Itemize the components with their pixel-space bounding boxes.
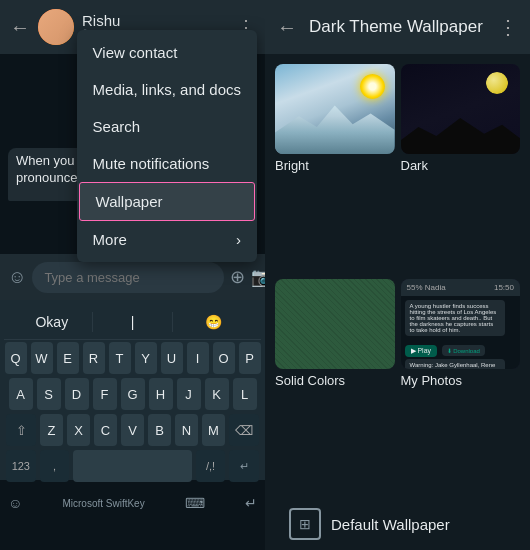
key-b[interactable]: B [148, 414, 171, 446]
key-p[interactable]: P [239, 342, 261, 374]
key-k[interactable]: K [205, 378, 229, 410]
wallpaper-bright[interactable]: Bright [275, 64, 395, 273]
key-h[interactable]: H [149, 378, 173, 410]
key-space[interactable] [73, 450, 192, 482]
key-x[interactable]: X [67, 414, 90, 446]
photos-msg-1: A young hustler finds success hitting th… [405, 300, 505, 336]
photos-top-bar: 55% Nadia 15:50 [401, 279, 521, 296]
key-o[interactable]: O [213, 342, 235, 374]
key-rows: Q W E R T Y U I O P A S D F G H J K [4, 340, 261, 488]
menu-item-view-contact[interactable]: View contact [77, 34, 257, 71]
key-period[interactable]: /,! [196, 450, 226, 482]
keyboard-layout-icon[interactable]: ⌨ [185, 495, 205, 511]
key-q[interactable]: Q [5, 342, 27, 374]
photos-bar-left: 55% Nadia [407, 283, 446, 292]
solid-label: Solid Colors [275, 373, 395, 388]
key-enter[interactable]: ↵ [229, 450, 259, 482]
key-c[interactable]: C [94, 414, 117, 446]
keyboard-bottom: ☺ Microsoft SwiftKey ⌨ ↵ [4, 488, 261, 518]
keyboard-emoji-icon[interactable]: ☺ [8, 495, 22, 511]
key-numbers[interactable]: 123 [6, 450, 36, 482]
dark-mountain [401, 109, 521, 154]
key-d[interactable]: D [65, 378, 89, 410]
keyboard-enter-icon[interactable]: ↵ [245, 495, 257, 511]
menu-wallpaper-label: Wallpaper [96, 193, 163, 210]
camera-icon[interactable]: 📷 [251, 266, 265, 288]
wallpaper-solid[interactable]: Solid Colors [275, 279, 395, 488]
key-i[interactable]: I [187, 342, 209, 374]
keyboard-brand: Microsoft SwiftKey [62, 498, 144, 509]
solid-thumbnail [275, 279, 395, 369]
menu-item-mute[interactable]: Mute notifications [77, 145, 257, 182]
menu-item-search[interactable]: Search [77, 108, 257, 145]
bright-mountain [275, 100, 395, 154]
default-wp-icon: ⊞ [289, 508, 321, 540]
suggest-word[interactable]: Okay [12, 314, 92, 330]
back-icon[interactable]: ← [10, 16, 30, 39]
key-z[interactable]: Z [40, 414, 63, 446]
key-a[interactable]: A [9, 378, 33, 410]
suggest-emoji-right[interactable]: 😁 [173, 314, 253, 330]
message-input[interactable] [32, 262, 224, 293]
key-e[interactable]: E [57, 342, 79, 374]
menu-more-arrow: › [236, 231, 241, 248]
key-w[interactable]: W [31, 342, 53, 374]
keyboard: Okay | 😁 Q W E R T Y U I O P A [0, 300, 265, 480]
key-f[interactable]: F [93, 378, 117, 410]
key-row-2: A S D F G H J K L [6, 378, 259, 410]
menu-mute-label: Mute notifications [93, 155, 210, 172]
menu-media-label: Media, links, and docs [93, 81, 241, 98]
key-g[interactable]: G [121, 378, 145, 410]
contact-name: Rishu [82, 12, 237, 29]
menu-item-wallpaper[interactable]: Wallpaper [79, 182, 255, 221]
dropdown-menu: View contact Media, links, and docs Sear… [77, 30, 257, 262]
left-panel: ← Rishu रिशू ⋮ ↩ Every day, we stray fur… [0, 0, 265, 550]
bright-thumbnail [275, 64, 395, 154]
key-v[interactable]: V [121, 414, 144, 446]
attach-icon[interactable]: ⊕ [230, 266, 245, 288]
photos-preview: 55% Nadia 15:50 A young hustler finds su… [401, 279, 521, 369]
photos-play-btn: ▶ Play [405, 345, 438, 357]
key-t[interactable]: T [109, 342, 131, 374]
key-comma[interactable]: , [40, 450, 70, 482]
right-header: ← Dark Theme Wallpaper ⋮ [265, 0, 530, 54]
key-shift[interactable]: ⇧ [6, 414, 36, 446]
key-n[interactable]: N [175, 414, 198, 446]
key-s[interactable]: S [37, 378, 61, 410]
wallpaper-grid: Bright Dark Solid Colors 55% Nadia 15:50 [265, 54, 530, 498]
suggest-cursor[interactable]: | [93, 314, 173, 330]
keyboard-suggest-bar: Okay | 😁 [4, 304, 261, 340]
menu-more-label: More [93, 231, 127, 248]
photos-download-btn: ⬇ Download [442, 345, 485, 356]
photos-bar-right: 15:50 [494, 283, 514, 292]
key-r[interactable]: R [83, 342, 105, 374]
default-wallpaper-option[interactable]: ⊞ Default Wallpaper [275, 498, 520, 550]
key-u[interactable]: U [161, 342, 183, 374]
photos-content: A young hustler finds success hitting th… [401, 296, 521, 369]
menu-view-contact-label: View contact [93, 44, 178, 61]
right-back-icon[interactable]: ← [277, 16, 297, 39]
key-backspace[interactable]: ⌫ [229, 414, 259, 446]
wallpaper-dark[interactable]: Dark [401, 64, 521, 273]
right-more-icon[interactable]: ⋮ [498, 15, 518, 39]
key-l[interactable]: L [233, 378, 257, 410]
menu-item-more[interactable]: More › [77, 221, 257, 258]
wallpaper-photos[interactable]: 55% Nadia 15:50 A young hustler finds su… [401, 279, 521, 488]
key-row-4: 123 , /,! ↵ [6, 450, 259, 482]
dark-thumbnail [401, 64, 521, 154]
photos-msg-2: Warning: Jake Gyllenhaal, Rene Russo, Bi… [405, 359, 505, 369]
emoji-input-icon[interactable]: ☺ [8, 267, 26, 288]
right-title: Dark Theme Wallpaper [309, 17, 486, 37]
key-m[interactable]: M [202, 414, 225, 446]
photos-thumbnail: 55% Nadia 15:50 A young hustler finds su… [401, 279, 521, 369]
bright-label: Bright [275, 158, 395, 173]
default-wp-label: Default Wallpaper [331, 516, 450, 533]
key-y[interactable]: Y [135, 342, 157, 374]
dark-label: Dark [401, 158, 521, 173]
menu-search-label: Search [93, 118, 141, 135]
key-j[interactable]: J [177, 378, 201, 410]
avatar [38, 9, 74, 45]
key-row-1: Q W E R T Y U I O P [6, 342, 259, 374]
menu-item-media[interactable]: Media, links, and docs [77, 71, 257, 108]
photos-label: My Photos [401, 373, 521, 388]
